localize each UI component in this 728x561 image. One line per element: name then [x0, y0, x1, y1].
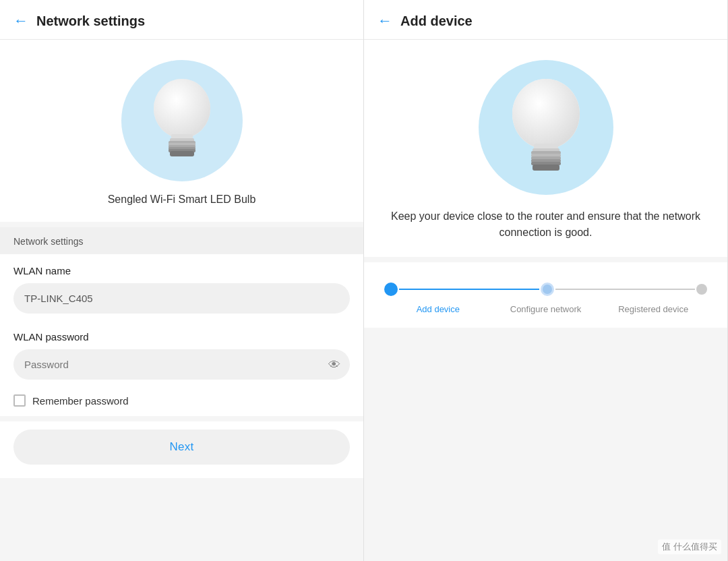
svg-point-11: [512, 79, 580, 149]
watermark: 值 什么值得买: [658, 539, 721, 554]
bulb-icon-left: [142, 73, 222, 168]
next-button-section: Next: [0, 421, 363, 478]
remember-checkbox[interactable]: [13, 394, 26, 407]
right-panel: ← Add device: [364, 0, 728, 561]
left-header: ← Network settings: [0, 0, 363, 40]
svg-point-1: [154, 79, 210, 138]
next-button[interactable]: Next: [13, 430, 350, 465]
right-device-section: Keep your device close to the router and…: [364, 40, 727, 257]
password-toggle-icon[interactable]: 👁: [328, 357, 340, 372]
step-dot-1: [384, 283, 398, 296]
right-back-button[interactable]: ←: [377, 12, 392, 30]
steps-track: [384, 283, 707, 296]
left-device-section: Sengled Wi-Fi Smart LED Bulb: [0, 40, 363, 222]
wlan-name-input[interactable]: [13, 283, 350, 314]
svg-rect-19: [533, 165, 559, 171]
network-section-label: Network settings: [0, 227, 363, 254]
bulb-image-left: [121, 60, 243, 181]
section-label-text: Network settings: [13, 236, 83, 247]
remember-label: Remember password: [32, 395, 129, 407]
wlan-password-group: WLAN password 👁: [13, 320, 350, 386]
left-back-button[interactable]: ←: [13, 12, 28, 30]
left-form: WLAN name WLAN password 👁: [0, 254, 363, 386]
step-line-1: [399, 289, 539, 290]
wlan-password-wrapper: 👁: [13, 349, 350, 380]
step-dot-2: [541, 283, 554, 296]
left-page-title: Network settings: [36, 13, 145, 29]
wlan-name-label: WLAN name: [13, 265, 350, 276]
step-label-3: Registered device: [599, 304, 707, 314]
bulb-image-right: [479, 60, 613, 195]
device-name-left: Sengled Wi-Fi Smart LED Bulb: [108, 194, 256, 206]
wlan-password-label: WLAN password: [13, 331, 350, 343]
step-dot-3: [696, 284, 707, 295]
step-label-2: Configure network: [492, 304, 600, 314]
wlan-name-group: WLAN name: [13, 254, 350, 320]
instruction-text: Keep your device close to the router and…: [377, 208, 714, 241]
steps-section: Add device Configure network Registered …: [364, 262, 727, 328]
bulb-icon-right: [499, 72, 593, 183]
step-label-1: Add device: [384, 304, 492, 314]
wlan-password-input[interactable]: [13, 349, 350, 380]
svg-rect-9: [170, 151, 194, 156]
steps-labels: Add device Configure network Registered …: [384, 304, 707, 314]
remember-section: Remember password: [0, 386, 363, 416]
left-panel: ← Network settings: [0, 0, 364, 561]
step-line-2: [555, 289, 696, 290]
right-header: ← Add device: [364, 0, 727, 40]
right-page-title: Add device: [400, 13, 473, 29]
